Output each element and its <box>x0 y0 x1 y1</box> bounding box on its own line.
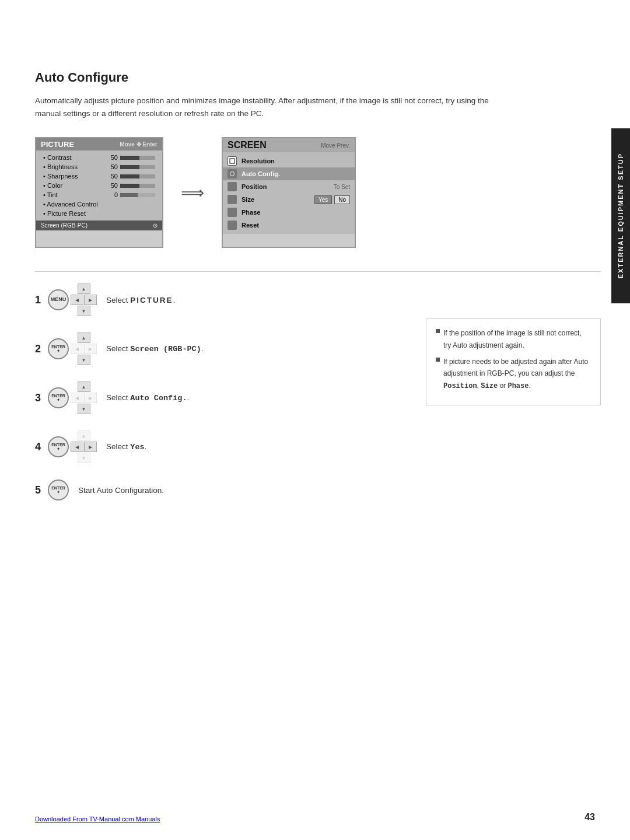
left-arrow[interactable]: ◀ <box>71 295 83 305</box>
down-arrow-3[interactable]: ▼ <box>78 404 90 414</box>
svg-rect-0 <box>230 159 235 163</box>
left-arrow-3: ◀ <box>71 393 83 403</box>
divider <box>35 271 601 272</box>
nav-cluster-4: ▲ ◀ ▶ ▼ <box>71 430 97 463</box>
right-arrow-2: ▶ <box>84 344 97 354</box>
screen-item-phase: Phase <box>223 206 355 219</box>
up-arrow-2[interactable]: ▲ <box>78 332 90 343</box>
yes-no-group: Yes No <box>314 195 350 204</box>
page-number: 43 <box>584 812 595 822</box>
screen-item-size: Size Yes No <box>223 193 355 206</box>
svg-point-1 <box>230 172 235 176</box>
down-arrow-2[interactable]: ▼ <box>78 355 90 365</box>
main-content: Auto Configure Automatically adjusts pic… <box>35 70 601 517</box>
side-tab-label: EXTERNAL EQUIPMENT SETUP <box>617 153 624 278</box>
left-arrow-4[interactable]: ◀ <box>71 442 83 452</box>
screen-item-autoconfig: Auto Config. <box>223 167 355 180</box>
step-5-text: Start Auto Configuration. <box>78 486 164 495</box>
note-bullet-2 <box>436 358 440 362</box>
menu-button[interactable]: MENU <box>48 289 69 310</box>
picture-menu-footer: Screen (RGB-PC) ⊙ <box>36 220 162 230</box>
menu-item-brightness: • Brightness 50 <box>36 162 162 172</box>
menu-item-tint: • Tint 0 <box>36 190 162 200</box>
screen-menu: SCREEN Move Prev. Resolution Auto Config… <box>222 137 356 248</box>
picture-menu-header: PICTURE Move ✤ Enter <box>36 138 162 150</box>
screenshots-area: PICTURE Move ✤ Enter • Contrast 50 • Bri… <box>35 137 601 248</box>
down-arrow-4: ▼ <box>78 453 90 463</box>
steps-area: 1 MENU ▲ ◀ ▶ ▼ Select PICTURE. <box>35 284 601 517</box>
screen-menu-nav: Move Prev. <box>321 142 350 149</box>
menu-item-contrast: • Contrast 50 <box>36 153 162 162</box>
size-icon <box>228 195 237 204</box>
screen-reset-icon <box>228 220 237 230</box>
screen-item-resolution: Resolution <box>223 155 355 167</box>
picture-menu-title: PICTURE <box>41 140 74 149</box>
menu-item-reset: • Picture Reset <box>36 209 162 218</box>
left-arrow-2: ◀ <box>71 344 83 354</box>
page-title: Auto Configure <box>35 70 601 85</box>
step-4-text: Select Yes. <box>106 442 146 452</box>
up-arrow[interactable]: ▲ <box>78 284 90 294</box>
enter-button-4[interactable]: ENTER✦ <box>48 436 69 457</box>
up-arrow-3[interactable]: ▲ <box>78 382 90 392</box>
svg-marker-5 <box>232 223 233 224</box>
menu-item-advanced: • Advanced Control <box>36 200 162 209</box>
resolution-icon <box>228 156 237 166</box>
right-arrow-4[interactable]: ▶ <box>84 442 97 452</box>
footer-link[interactable]: Downloaded From TV-Manual.com Manuals <box>35 816 160 822</box>
step-1-text: Select PICTURE. <box>106 296 175 304</box>
picture-menu: PICTURE Move ✤ Enter • Contrast 50 • Bri… <box>35 137 163 248</box>
steps-list: 1 MENU ▲ ◀ ▶ ▼ Select PICTURE. <box>35 284 408 517</box>
step-2-text: Select Screen (RGB-PC). <box>106 344 204 354</box>
note-2: If picture needs to be adjusted again af… <box>436 356 591 392</box>
screen-item-position: Position To Set <box>223 180 355 193</box>
screen-menu-title: SCREEN <box>228 140 267 150</box>
step-5: 5 ENTER✦ Start Auto Configuration. <box>35 480 408 501</box>
nav-cluster-2: ▲ ◀ ▶ ▼ <box>71 332 97 365</box>
step-3-text: Select Auto Config.. <box>106 393 189 402</box>
side-tab: EXTERNAL EQUIPMENT SETUP <box>611 128 630 303</box>
nav-cluster-1: ▲ ◀ ▶ ▼ <box>71 284 97 316</box>
description: Automatically adjusts picture position a… <box>35 94 513 120</box>
picture-menu-items: • Contrast 50 • Brightness 50 • Sharpnes… <box>36 150 162 220</box>
yes-button[interactable]: Yes <box>314 195 332 204</box>
menu-item-color: • Color 50 <box>36 181 162 190</box>
notes-box: If the position of the image is still no… <box>426 318 601 405</box>
phase-icon <box>228 208 237 217</box>
enter-button-2[interactable]: ENTER✦ <box>48 338 69 359</box>
note-bullet-1 <box>436 329 440 333</box>
screen-item-screen-reset: Reset <box>223 219 355 232</box>
position-icon <box>228 182 237 191</box>
step-2: 2 ENTER✦ ▲ ◀ ▶ ▼ Select Screen (R <box>35 332 408 365</box>
enter-button-3[interactable]: ENTER✦ <box>48 387 69 408</box>
down-arrow[interactable]: ▼ <box>78 306 90 316</box>
transition-arrow: ⟹ <box>181 183 204 202</box>
svg-rect-4 <box>230 198 234 201</box>
right-arrow[interactable]: ▶ <box>84 295 97 305</box>
note-1: If the position of the image is still no… <box>436 327 591 351</box>
picture-menu-nav: Move ✤ Enter <box>120 141 158 148</box>
step-1: 1 MENU ▲ ◀ ▶ ▼ Select PICTURE. <box>35 284 408 316</box>
enter-button-5[interactable]: ENTER✦ <box>48 480 69 501</box>
screen-menu-items: Resolution Auto Config. Position To Set <box>223 152 355 234</box>
menu-item-sharpness: • Sharpness 50 <box>36 172 162 181</box>
screen-menu-header: SCREEN Move Prev. <box>223 138 355 152</box>
up-arrow-4: ▲ <box>78 430 90 441</box>
step-3: 3 ENTER✦ ▲ ◀ ▶ ▼ Select Auto Conf <box>35 382 408 414</box>
step-4: 4 ENTER✦ ▲ ◀ ▶ ▼ Select Yes. <box>35 430 408 463</box>
no-button[interactable]: No <box>334 195 350 204</box>
nav-cluster-3: ▲ ◀ ▶ ▼ <box>71 382 97 414</box>
autoconfig-icon <box>228 169 237 178</box>
right-arrow-3: ▶ <box>84 393 97 403</box>
